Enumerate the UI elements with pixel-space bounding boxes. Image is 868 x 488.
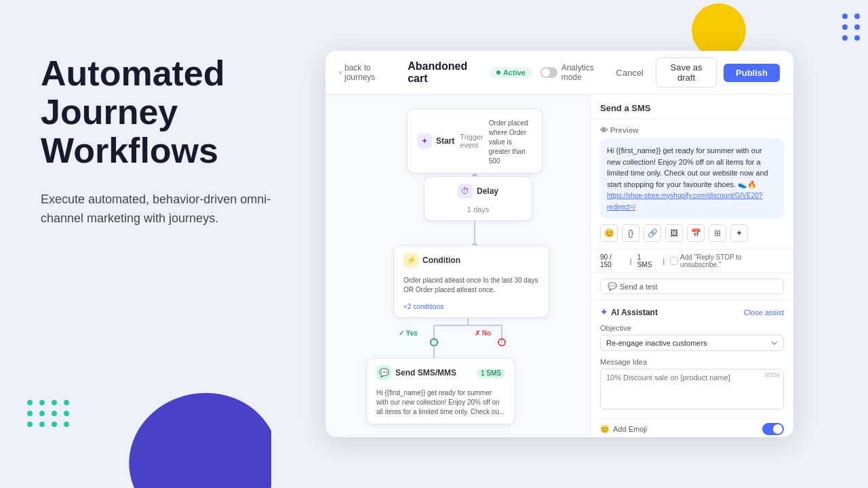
message-idea-field: Message Idea 0/150 — [600, 358, 784, 411]
calendar-button[interactable]: 📅 — [687, 224, 705, 242]
add-emoji-label: 😊 Add Emoji — [600, 425, 647, 434]
emoji-button[interactable]: 😊 — [600, 224, 618, 242]
delay-label: Delay — [477, 186, 498, 196]
sms-label: Send SMS/MMS — [395, 368, 456, 378]
send-test-button[interactable]: 💬 Send a test — [600, 279, 784, 294]
sms-stats: 90 / 150 | 1 SMS | Add "Reply STOP to un… — [591, 249, 793, 273]
send-test-label: Send a test — [620, 283, 658, 291]
message-idea-wrapper: 0/150 — [600, 369, 784, 411]
variable-button[interactable]: {} — [622, 224, 639, 242]
dots-decoration — [27, 400, 71, 427]
sms-count-badge: 1 SMS — [637, 253, 658, 268]
dot — [27, 400, 33, 405]
dot — [52, 411, 57, 416]
dot — [39, 422, 45, 427]
ai-header: ✦ AI Assistant Close assist — [600, 307, 784, 317]
status-badge: Active — [490, 67, 532, 78]
sms-badge: 1 SMS — [477, 369, 505, 378]
flow-node-delay[interactable]: ⏱ Delay 1 days — [424, 176, 532, 221]
dot — [52, 400, 57, 405]
branch-no-label: ✗ No — [475, 329, 491, 337]
sms-header: 💬 Send SMS/MMS 1 SMS — [376, 365, 505, 380]
preview-section: 👁 Preview Hi {{first_name}} get ready fo… — [591, 119, 793, 249]
flow-canvas: ✦ Start Trigger event Order placed where… — [326, 95, 590, 437]
svg-point-0 — [122, 381, 271, 488]
ai-assistant-panel: ✦ AI Assistant Close assist Objective Re… — [591, 300, 793, 437]
ai-star-icon: ✦ — [600, 307, 608, 317]
add-emoji-row: 😊 Add Emoji — [600, 418, 784, 437]
dot — [39, 400, 45, 405]
reply-label: Add "Reply STOP to unsubscribe." — [680, 253, 784, 268]
add-emoji-toggle[interactable] — [762, 423, 784, 435]
start-body: Order placed where Order value is greate… — [489, 119, 532, 166]
condition-label: Condition — [422, 256, 460, 265]
dot — [64, 422, 69, 427]
message-idea-textarea[interactable] — [600, 369, 784, 409]
analytics-toggle-label: Analytics mode — [561, 63, 604, 82]
message-idea-label: Message Idea — [600, 358, 784, 366]
sms-panel-header: Send a SMS — [591, 95, 793, 119]
main-content: ✦ Start Trigger event Order placed where… — [326, 95, 793, 437]
checkbox[interactable] — [670, 257, 678, 265]
ai-title-label: AI Assistant — [611, 308, 658, 317]
preview-label: 👁 Preview — [600, 126, 784, 134]
chat-icon: 💬 — [608, 282, 617, 291]
back-link[interactable]: ‹ back to journeys — [339, 63, 397, 82]
flow-node-sms[interactable]: 💬 Send SMS/MMS 1 SMS Hi {{first_name}} g… — [366, 358, 515, 424]
save-draft-button[interactable]: Save as draft — [656, 58, 717, 87]
objective-field: Objective Re-engage inactive customers — [600, 324, 784, 351]
link-button[interactable]: 🔗 — [644, 224, 661, 242]
preview-bubble: Hi {{first_name}} get ready for summer w… — [600, 138, 784, 219]
analytics-toggle-track — [540, 67, 557, 78]
preview-link[interactable]: https://shoe-store.myshopify.com/discoun… — [607, 192, 762, 211]
topbar: ‹ back to journeys Abandoned cart Active… — [326, 51, 793, 95]
delay-value: 1 days — [467, 205, 489, 214]
app-window: ‹ back to journeys Abandoned cart Active… — [326, 51, 793, 437]
ai-title: ✦ AI Assistant — [600, 307, 658, 317]
image-button[interactable]: 🖼 — [665, 224, 683, 242]
dot — [39, 411, 45, 416]
emoji-toolbar: 😊 {} 🔗 🖼 📅 ⊞ ✦ — [600, 224, 784, 242]
condition-header: ⚡ Condition — [403, 253, 539, 268]
table-button[interactable]: ⊞ — [709, 224, 726, 242]
back-label: back to journeys — [344, 63, 397, 82]
flow-node-start[interactable]: ✦ Start Trigger event Order placed where… — [407, 108, 542, 174]
objective-select[interactable]: Re-engage inactive customers — [600, 335, 784, 351]
reply-stop-check[interactable]: Add "Reply STOP to unsubscribe." — [670, 253, 784, 268]
dot — [27, 411, 33, 416]
analytics-toggle[interactable]: Analytics mode — [540, 63, 604, 82]
sms-icon: 💬 — [376, 365, 391, 380]
preview-text: Hi {{first_name}} get ready for summer w… — [607, 146, 768, 188]
condition-body: Order placed atleast once In the last 30… — [403, 276, 539, 295]
dots-top-right — [842, 14, 861, 41]
delay-header: ⏱ Delay — [434, 184, 522, 199]
topbar-right: Analytics mode Cancel Save as draft Publ… — [540, 58, 780, 87]
sms-panel: Send a SMS 👁 Preview Hi {{first_name}} g… — [590, 95, 793, 437]
char-count-display: 0/150 — [764, 371, 780, 378]
analytics-toggle-thumb — [542, 68, 550, 77]
status-label: Active — [503, 68, 526, 77]
more-emoji-button[interactable]: ✦ — [730, 224, 748, 242]
condition-icon: ⚡ — [403, 253, 418, 268]
blob-decoration — [122, 352, 271, 488]
sms-preview-text: Hi {{first_name}} get ready for summer w… — [376, 388, 505, 417]
close-assist-button[interactable]: Close assist — [744, 308, 784, 317]
conditions-link[interactable]: +2 conditions — [403, 303, 443, 310]
flow-node-condition[interactable]: ⚡ Condition Order placed atleast once In… — [393, 245, 549, 318]
dot — [52, 422, 57, 427]
dot — [27, 422, 33, 427]
hero-subtitle: Execute automated, behavior-driven omni-… — [41, 190, 278, 229]
dot — [64, 400, 69, 405]
back-arrow-icon: ‹ — [339, 68, 342, 77]
journey-title: Abandoned cart — [408, 60, 481, 85]
svg-point-10 — [431, 339, 437, 346]
hero-title: Automated Journey Workflows — [41, 54, 278, 171]
node-start-header: ✦ Start — [417, 134, 454, 148]
emoji-face-icon: 😊 — [600, 425, 610, 434]
cancel-button[interactable]: Cancel — [611, 65, 649, 81]
publish-button[interactable]: Publish — [724, 64, 780, 82]
delay-icon: ⏱ — [458, 184, 473, 199]
divider2: | — [663, 258, 665, 265]
toggle-thumb — [773, 424, 783, 434]
objective-label: Objective — [600, 324, 784, 332]
